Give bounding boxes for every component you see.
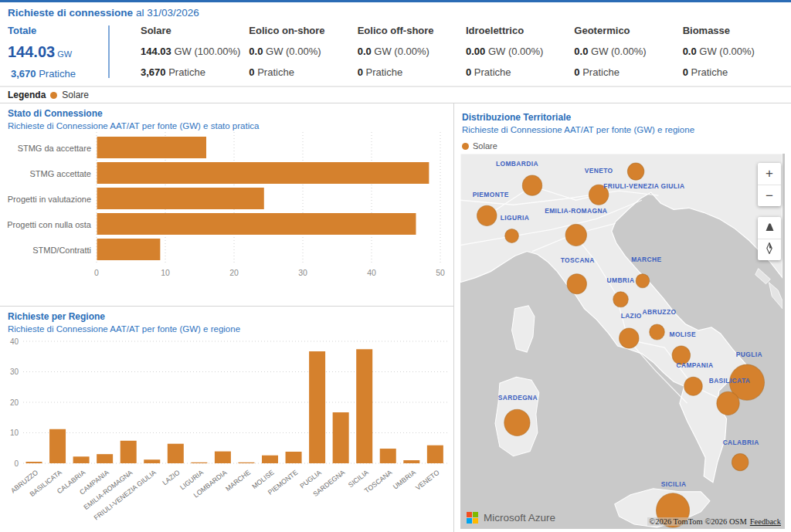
- source-value: 144.03 GW (100.00%): [141, 46, 249, 57]
- map-compass-button[interactable]: [758, 239, 781, 260]
- map-bubble-abruzzo[interactable]: [650, 324, 665, 340]
- legend-solare-dot-icon: [50, 92, 57, 99]
- map-label-piemonte: PIEMONTE: [473, 191, 509, 198]
- svg-text:MARCHE: MARCHE: [224, 469, 252, 493]
- vbar-campania[interactable]: [97, 454, 113, 463]
- map-label-toscana: TOSCANA: [561, 256, 595, 263]
- map-legend-label[interactable]: Solare: [473, 141, 497, 151]
- map-label-calabria: CALABRIA: [723, 438, 759, 446]
- legend-title: Legenda: [8, 90, 46, 100]
- source-name: Eolico off-shore: [358, 25, 466, 36]
- total-unit: GW: [57, 49, 72, 59]
- vbar-calabria[interactable]: [73, 456, 90, 463]
- vbar-sicilia[interactable]: [356, 349, 372, 463]
- vbar-marche[interactable]: [238, 463, 254, 463]
- vbar-emilia-romagna[interactable]: [121, 441, 137, 463]
- map-bubble-liguria[interactable]: [505, 229, 519, 242]
- source-name: Solare: [141, 25, 249, 36]
- map-bubble-marche[interactable]: [636, 274, 650, 288]
- source-col-eolico-on-shore: Eolico on-shore0.0 GW (0.00%)0 Pratiche: [249, 21, 357, 80]
- vbar-sardegna[interactable]: [333, 412, 349, 463]
- map-label-marche: MARCHE: [631, 255, 661, 263]
- hbar-progetti-con-nulla-osta[interactable]: [97, 213, 416, 235]
- vbar-veneto[interactable]: [427, 446, 443, 463]
- hbar-stmd-contratti[interactable]: [97, 239, 161, 260]
- map-label-liguria: LIGURIA: [501, 214, 529, 222]
- source-value: 0.0 GW (0.00%): [249, 46, 357, 57]
- total-label: Totale: [8, 25, 108, 36]
- map-legend-solare-dot-icon: [462, 143, 469, 150]
- map-zoom-in-button[interactable]: +: [758, 163, 781, 185]
- svg-text:Progetti con nulla osta: Progetti con nulla osta: [7, 220, 92, 229]
- legend-series-label[interactable]: Solare: [62, 90, 89, 100]
- map-label-umbria: UMBRIA: [607, 276, 635, 284]
- vbar-basilicata[interactable]: [49, 429, 66, 463]
- map-bubble-toscana[interactable]: [567, 274, 586, 294]
- hbar-progetti-in-valutazione[interactable]: [97, 188, 264, 209]
- attribution-text: ©2026 TomTom ©2026 OSM: [649, 517, 747, 526]
- source-count: 0 Pratiche: [358, 66, 466, 78]
- source-count: 3,670 Pratiche: [141, 66, 249, 78]
- map-pitch-button[interactable]: [758, 217, 781, 239]
- map-bubble-basilicata[interactable]: [717, 391, 739, 415]
- pitch-icon: [764, 222, 776, 232]
- total-block: Totale 144.03GW 3,670 Pratiche: [0, 21, 108, 80]
- vbar-toscana[interactable]: [380, 449, 396, 463]
- svg-text:STMG accettate: STMG accettate: [30, 169, 91, 178]
- map-zoom-out-button[interactable]: −: [758, 185, 781, 206]
- total-count: 3,670 Pratiche: [8, 68, 108, 80]
- svg-text:50: 50: [436, 268, 445, 277]
- source-col-eolico-off-shore: Eolico off-shore0.0 GW (0.00%)0 Pratiche: [358, 21, 466, 80]
- source-count: 0 Pratiche: [683, 66, 791, 78]
- source-name: Biomasse: [683, 25, 791, 36]
- vbar-friuli-venezia-giulia[interactable]: [144, 459, 160, 463]
- vbar-puglia[interactable]: [309, 351, 325, 463]
- map-bubble-calabria[interactable]: [732, 454, 749, 471]
- source-columns: Solare144.03 GW (100.00%)3,670 PraticheE…: [114, 21, 791, 80]
- map-attribution: ©2026 TomTom ©2026 OSMFeedback: [647, 517, 783, 526]
- map-bubble-piemonte[interactable]: [477, 205, 497, 225]
- vbar-piemonte[interactable]: [286, 452, 302, 463]
- map-canvas[interactable]: LOMBARDIAVENETOFRIULI-VENEZIA GIULIAPIEM…: [460, 154, 783, 529]
- vbar-chart-svg: 010203040ABRUZZOBASILICATACALABRIACAMPAN…: [0, 334, 453, 531]
- azure-brand-text: Microsoft Azure: [484, 512, 555, 524]
- source-col-geotermico: Geotermico0.0 GW (0.00%)0 Pratiche: [574, 21, 682, 80]
- hbar-stmg-accettate[interactable]: [97, 162, 429, 184]
- source-col-solare: Solare144.03 GW (100.00%)3,670 Pratiche: [141, 21, 249, 80]
- map-bubble-friuli-venezia-giulia[interactable]: [627, 163, 644, 180]
- map-label-puglia: PUGLIA: [736, 351, 762, 358]
- map-bubble-campania[interactable]: [684, 377, 702, 395]
- map-bubble-sardegna[interactable]: [504, 409, 530, 435]
- summary-strip: Totale 144.03GW 3,670 Pratiche Solare144…: [0, 19, 791, 86]
- vbar-lazio[interactable]: [168, 444, 184, 463]
- source-col-biomasse: Biomasse0.0 GW (0.00%)0 Pratiche: [683, 21, 791, 80]
- svg-text:20: 20: [10, 398, 19, 407]
- feedback-link[interactable]: Feedback: [750, 517, 781, 526]
- vbar-abruzzo[interactable]: [26, 462, 42, 463]
- source-value: 0.00 GW (0.00%): [466, 46, 574, 57]
- vbar-chart: 010203040ABRUZZOBASILICATACALABRIACAMPAN…: [0, 334, 453, 532]
- source-value: 0.0 GW (0.00%): [683, 46, 791, 57]
- vbar-umbria[interactable]: [403, 460, 419, 463]
- microsoft-logo-icon: [467, 512, 478, 524]
- main-area: Stato di Connessione Richieste di Connes…: [0, 103, 791, 532]
- map-label-sardegna: SARDEGNA: [498, 394, 538, 402]
- panel-title: Distribuzione Territoriale: [460, 107, 785, 123]
- svg-text:40: 40: [10, 337, 19, 346]
- map-bubble-umbria[interactable]: [613, 292, 629, 307]
- source-count: 0 Pratiche: [249, 66, 357, 78]
- vbar-lombardia[interactable]: [215, 452, 231, 463]
- hbar-chart: 01020304050STMG da accettareSTMG accetta…: [0, 130, 453, 292]
- vbar-molise[interactable]: [262, 456, 278, 463]
- source-col-idroelettrico: Idroelettrico0.00 GW (0.00%)0 Pratiche: [466, 21, 574, 80]
- azure-map[interactable]: LOMBARDIAVENETOFRIULI-VENEZIA GIULIAPIEM…: [460, 154, 785, 529]
- source-name: Geotermico: [574, 25, 682, 36]
- map-bubble-emilia-romagna[interactable]: [565, 224, 586, 246]
- vbar-liguria[interactable]: [191, 463, 207, 463]
- svg-text:0: 0: [94, 268, 99, 277]
- panel-title: Stato di Connessione: [0, 103, 453, 119]
- map-bubble-lazio[interactable]: [620, 328, 639, 348]
- hbar-stmg-da-accettare[interactable]: [97, 137, 207, 158]
- source-name: Idroelettrico: [466, 25, 574, 36]
- map-bubble-lombardia[interactable]: [522, 175, 541, 195]
